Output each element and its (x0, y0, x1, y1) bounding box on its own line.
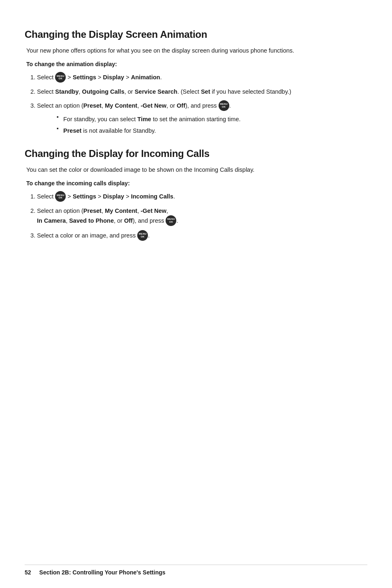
menu-icon-4: MENU OK (166, 215, 176, 226)
footer-page-number: 52 (25, 569, 31, 576)
menu-icon-2: MENU OK (219, 100, 229, 111)
section1-sublabel: To change the animation display: (26, 61, 367, 67)
section1-step2: Select Standby, Outgoing Calls, or Servi… (37, 87, 367, 96)
section2-steps: Select MENU OK > Settings > Display > In… (37, 191, 367, 241)
section1-step3: Select an option (Preset, My Content, -G… (37, 101, 367, 136)
page-content: Changing the Display Screen Animation Yo… (25, 29, 367, 241)
section2-step3: Select a color or an image, and press ME… (37, 231, 367, 241)
section1-title: Changing the Display Screen Animation (25, 29, 367, 40)
menu-icon-5: MENU OK (137, 230, 148, 241)
section1-bullets: For standby, you can select Time to set … (58, 115, 367, 136)
section1-bullet1: For standby, you can select Time to set … (58, 115, 367, 124)
menu-icon-1: MENU OK (55, 72, 66, 83)
section2-sublabel: To change the incoming calls display: (26, 180, 367, 187)
section2-intro: You can set the color or downloaded imag… (26, 165, 367, 174)
section1-intro: Your new phone offers options for what y… (26, 46, 367, 55)
section1-bullet2: Preset is not available for Standby. (58, 126, 367, 135)
section2-step1: Select MENU OK > Settings > Display > In… (37, 191, 367, 202)
section2-step2: Select an option (Preset, My Content, -G… (37, 206, 367, 226)
page-footer: 52 Section 2B: Controlling Your Phone's … (25, 565, 367, 576)
menu-icon-3: MENU OK (55, 191, 66, 202)
footer-section-text: Section 2B: Controlling Your Phone's Set… (39, 569, 166, 576)
section1-steps: Select MENU OK > Settings > Display > An… (37, 72, 367, 135)
section2-title: Changing the Display for Incoming Calls (25, 148, 367, 159)
section1-step1: Select MENU OK > Settings > Display > An… (37, 72, 367, 83)
